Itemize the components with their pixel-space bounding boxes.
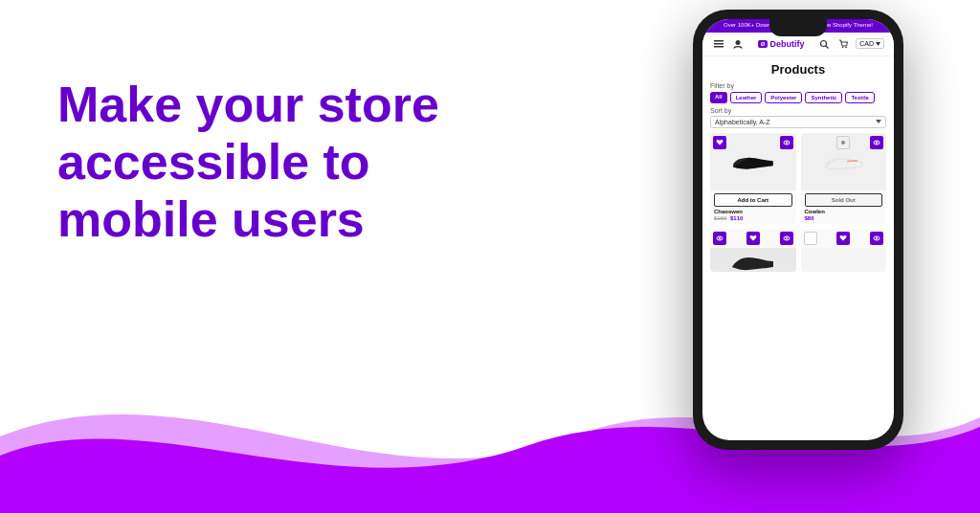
filter-label: Filter by [710, 82, 886, 89]
svg-point-16 [786, 237, 788, 239]
bottom-icons-4 [801, 229, 887, 248]
filter-row: Filter by All Leather Polyester Syntheti… [710, 82, 886, 103]
svg-rect-1 [714, 43, 724, 45]
phone-notch [769, 19, 827, 36]
add-to-cart-btn-1[interactable]: Add to Cart [714, 193, 792, 207]
phone-content: Products Filter by All Leather Polyester… [702, 56, 894, 278]
price-old-1: $150 [714, 215, 726, 221]
page-title: Products [710, 62, 886, 77]
bottom-shoe-4 [801, 248, 887, 272]
product-card-2: Sold Out Cowlen $80 [801, 133, 887, 224]
filter-tag-synthetic[interactable]: Synthetic [805, 92, 842, 103]
wishlist-btn-3[interactable] [746, 232, 760, 245]
price-new-2: $80 [805, 215, 814, 221]
price-new-1: $110 [730, 215, 743, 221]
hamburger-icon[interactable] [712, 37, 725, 51]
product-price-1: $150 $110 [714, 215, 792, 221]
filter-tags: All Leather Polyester Synthetic Textile [710, 92, 886, 103]
svg-point-6 [842, 46, 844, 48]
user-icon[interactable] [731, 37, 745, 51]
left-section: Make your store accessible to mobile use… [57, 77, 517, 248]
filter-tag-textile[interactable]: Textile [845, 92, 875, 103]
sold-out-btn-2[interactable]: Sold Out [805, 193, 883, 207]
sort-row: Sort by Alphabetically, A-Z [710, 107, 886, 128]
filter-tag-leather[interactable]: Leather [730, 92, 763, 103]
eye-btn-3b[interactable] [780, 232, 793, 245]
sort-label: Sort by [710, 107, 886, 114]
phone-screen: Over 100K+ Downloads – World's #1 Free S… [702, 19, 894, 440]
bottom-icons-3 [710, 229, 796, 248]
wishlist-btn-1[interactable] [713, 136, 726, 149]
eye-btn-1[interactable] [780, 136, 793, 149]
search-icon[interactable] [817, 37, 831, 51]
headline-line2: accessible to [57, 134, 370, 190]
product-card-1: Add to Cart Chaoswen $150 $110 [710, 133, 796, 224]
main-headline: Make your store accessible to mobile use… [57, 77, 517, 248]
svg-rect-2 [714, 46, 724, 48]
headline-line3: mobile users [57, 191, 365, 247]
product-info-1: Add to Cart Chaoswen $150 $110 [710, 190, 796, 224]
product-card-3 [710, 229, 796, 272]
svg-point-12 [841, 141, 845, 145]
bottom-shoe-3 [710, 248, 796, 272]
product-price-2: $80 [805, 215, 883, 221]
eye-btn-3[interactable] [713, 232, 726, 245]
svg-point-18 [876, 237, 878, 239]
svg-rect-0 [714, 40, 724, 42]
product-info-2: Sold Out Cowlen $80 [801, 190, 887, 224]
product-bottom-row [710, 229, 886, 272]
filter-tag-polyester[interactable]: Polyester [765, 92, 802, 103]
product-grid: Add to Cart Chaoswen $150 $110 [710, 133, 886, 224]
svg-point-3 [736, 40, 741, 45]
svg-point-11 [876, 142, 878, 144]
eye-btn-4[interactable] [870, 232, 883, 245]
headline-line1: Make your store [57, 77, 439, 132]
sort-select[interactable]: Alphabetically, A-Z [710, 116, 886, 128]
product-image-2 [801, 133, 887, 190]
eye-btn-2[interactable] [870, 136, 883, 149]
center-icon-2[interactable] [836, 136, 850, 149]
placeholder-icon-4 [804, 232, 817, 245]
wishlist-btn-4[interactable] [836, 232, 850, 245]
shoe-silhouette-2 [819, 147, 867, 176]
logo-name: Debutify [769, 39, 804, 49]
product-name-2: Cowlen [805, 209, 883, 214]
phone-outer: Over 100K+ Downloads – World's #1 Free S… [693, 10, 903, 450]
svg-line-5 [826, 46, 829, 49]
product-name-1: Chaoswen [714, 209, 792, 214]
cad-dropdown[interactable]: CAD [856, 38, 884, 49]
svg-point-14 [719, 237, 721, 239]
svg-point-9 [786, 142, 788, 144]
phone-mockup: Over 100K+ Downloads – World's #1 Free S… [693, 10, 903, 450]
sort-value: Alphabetically, A-Z [715, 119, 769, 125]
nav-right-icons: CAD [817, 37, 884, 51]
cart-icon[interactable] [836, 37, 850, 51]
shoe-silhouette-3 [729, 252, 777, 271]
phone-logo: Ø Debutify [758, 39, 805, 49]
logo-badge: Ø [758, 40, 768, 48]
svg-point-4 [821, 40, 827, 46]
nav-left-icons [712, 37, 745, 51]
product-image-1 [710, 133, 796, 190]
svg-point-7 [845, 46, 847, 48]
product-card-4 [801, 229, 887, 272]
filter-tag-all[interactable]: All [710, 92, 727, 103]
shoe-silhouette-1 [729, 147, 777, 176]
cad-label: CAD [859, 40, 874, 47]
